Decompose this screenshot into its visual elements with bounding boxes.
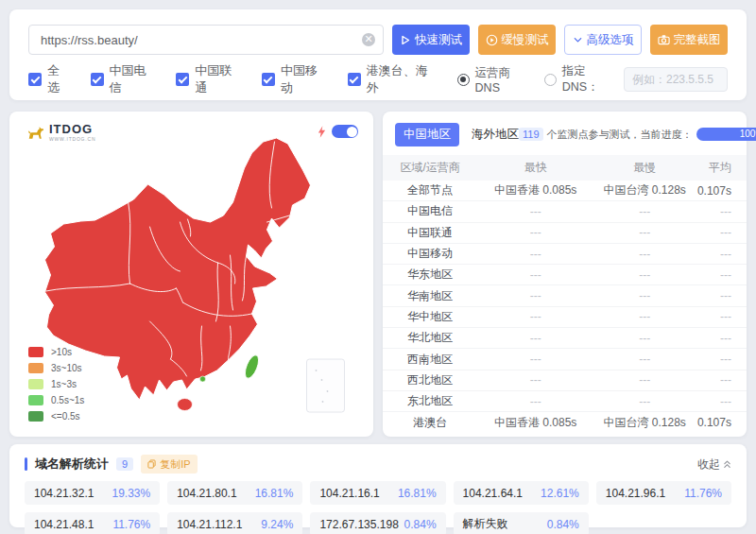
row-region: 中国移动 xyxy=(383,246,477,262)
itdog-logo: ITDOG WWW.ITDOG.CN xyxy=(26,123,95,142)
checkbox-label: 中国联通 xyxy=(195,62,242,96)
col-fastest: 最快 xyxy=(477,160,593,176)
legend-chip xyxy=(28,395,43,405)
clear-icon[interactable]: ✕ xyxy=(362,33,375,46)
ip-value: 104.21.32.1 xyxy=(34,487,94,500)
table-row[interactable]: 华南地区 --- --- --- xyxy=(383,285,747,306)
row-slowest: --- xyxy=(593,268,696,282)
percent-value: 19.33% xyxy=(112,487,150,500)
ip-stat-item[interactable]: 104.21.16.1 16.81% xyxy=(310,481,445,505)
legend-item: >10s xyxy=(28,347,84,357)
table-row[interactable]: 华北地区 --- --- --- xyxy=(383,328,747,349)
url-row: ✕ 快速测试 缓慢测试 高级选项 完整截图 xyxy=(28,25,728,55)
ip-value: 104.21.96.1 xyxy=(606,487,665,500)
logo-text: ITDOG xyxy=(49,123,95,135)
table-row[interactable]: 中国联通 --- --- --- xyxy=(383,223,747,244)
row-average: --- xyxy=(696,226,747,239)
slow-test-label: 缓慢测试 xyxy=(502,32,549,48)
progress-label: 个监测点参与测试，当前进度： xyxy=(547,128,693,142)
row-region: 华东地区 xyxy=(383,267,477,283)
legend-chip xyxy=(28,411,43,422)
row-average: --- xyxy=(696,332,747,345)
copy-ip-label: 复制IP xyxy=(160,457,190,472)
table-row[interactable]: 华东地区 --- --- --- xyxy=(383,265,747,285)
ip-value: 解析失败 xyxy=(463,516,508,532)
tab-china-region[interactable]: 中国地区 xyxy=(395,123,459,146)
table-row[interactable]: 港澳台 中国香港 0.085s 中国台湾 0.128s 0.107s xyxy=(383,412,747,433)
row-average: --- xyxy=(696,395,747,408)
advanced-options-button[interactable]: 高级选项 xyxy=(564,25,642,55)
slow-test-button[interactable]: 缓慢测试 xyxy=(478,25,556,55)
row-region: 华中地区 xyxy=(383,309,477,325)
ip-stat-item[interactable]: 104.21.112.1 9.24% xyxy=(167,512,302,534)
checkbox-china-unicom[interactable]: 中国联通 xyxy=(176,62,242,96)
progress-bar: 100% xyxy=(696,128,756,141)
carrier-dns-radio[interactable] xyxy=(457,74,470,86)
collapse-icon xyxy=(723,459,731,469)
ip-value: 172.67.135.198 xyxy=(319,518,398,531)
custom-dns-radio[interactable] xyxy=(544,74,557,86)
checkbox-overseas[interactable]: 港澳台、海外 xyxy=(348,62,438,96)
table-row[interactable]: 中国移动 --- --- --- xyxy=(383,244,747,265)
row-average: 0.107s xyxy=(696,416,747,429)
map-tools xyxy=(318,125,358,138)
map-mode-toggle[interactable] xyxy=(332,125,358,138)
lightning-icon xyxy=(318,126,326,138)
legend-label: 1s~3s xyxy=(51,379,77,389)
copy-ip-button[interactable]: 复制IP xyxy=(141,455,197,474)
checkbox-china-telecom[interactable]: 中国电信 xyxy=(91,62,157,96)
table-row[interactable]: 东北地区 --- --- --- xyxy=(383,391,747,412)
ip-stat-item[interactable]: 104.21.96.1 11.76% xyxy=(596,481,731,505)
fast-test-button[interactable]: 快速测试 xyxy=(392,25,470,55)
table-row[interactable]: 全部节点 中国香港 0.085s 中国台湾 0.128s 0.107s xyxy=(383,181,747,201)
tab-overseas-region[interactable]: 海外地区 xyxy=(472,127,519,143)
ip-stat-item[interactable]: 104.21.48.1 11.76% xyxy=(25,512,160,534)
table-row[interactable]: 华中地区 --- --- --- xyxy=(383,307,747,328)
row-slowest: --- xyxy=(593,310,696,323)
map-legend: >10s 3s~10s 1s~3s 0.5s~1s <=0.5s xyxy=(28,341,84,422)
full-screenshot-button[interactable]: 完整截图 xyxy=(650,25,728,55)
row-fastest: --- xyxy=(477,310,593,323)
checkbox-select-all[interactable]: 全选 xyxy=(28,62,71,96)
url-input[interactable] xyxy=(28,25,384,55)
china-mainland-shape xyxy=(45,138,311,400)
percent-value: 11.76% xyxy=(684,487,722,500)
checkbox-checked-icon xyxy=(91,73,104,86)
logo-subtext: WWW.ITDOG.CN xyxy=(49,137,95,142)
row-fastest: 中国香港 0.085s xyxy=(477,415,593,431)
percent-value: 11.76% xyxy=(112,518,150,531)
table-row[interactable]: 西南地区 --- --- --- xyxy=(383,349,747,370)
map-panel: ITDOG WWW.ITDOG.CN xyxy=(9,112,373,437)
slow-test-icon xyxy=(486,34,498,46)
collapse-button[interactable]: 收起 xyxy=(697,456,731,473)
ip-stat-item[interactable]: 104.21.80.1 16.81% xyxy=(167,481,302,505)
progress-zone: 119 个监测点参与测试，当前进度： 100% xyxy=(519,128,756,142)
ip-stat-item-resolve-failed[interactable]: 解析失败 0.84% xyxy=(454,512,589,534)
col-region: 区域/运营商 xyxy=(383,160,477,176)
ip-value: 104.21.80.1 xyxy=(177,487,236,500)
ip-stat-item[interactable]: 172.67.135.198 0.84% xyxy=(310,512,445,534)
row-fastest: --- xyxy=(477,373,593,387)
checkbox-checked-icon xyxy=(348,73,361,86)
percent-value: 12.61% xyxy=(541,487,579,500)
checkbox-china-mobile[interactable]: 中国移动 xyxy=(262,62,328,96)
row-region: 港澳台 xyxy=(383,415,477,431)
checkbox-label: 港澳台、海外 xyxy=(367,62,438,96)
row-average: --- xyxy=(696,248,747,261)
col-slowest: 最慢 xyxy=(593,160,696,176)
table-row[interactable]: 西北地区 --- --- --- xyxy=(383,370,747,391)
ip-stat-item[interactable]: 104.21.64.1 12.61% xyxy=(454,481,589,505)
percent-value: 0.84% xyxy=(547,518,579,531)
row-region: 中国联通 xyxy=(383,225,477,241)
ip-stat-item[interactable]: 104.21.32.1 19.33% xyxy=(25,481,160,505)
custom-dns-input[interactable] xyxy=(624,67,728,92)
table-row[interactable]: 中国电信 --- --- --- xyxy=(383,201,747,222)
row-average: --- xyxy=(696,353,747,366)
dns-stats-header: 域名解析统计 9 复制IP 收起 xyxy=(25,455,731,474)
checkbox-checked-icon xyxy=(176,73,189,86)
hainan-island xyxy=(178,399,193,411)
chevron-down-icon xyxy=(573,35,583,45)
ip-value: 104.21.64.1 xyxy=(463,487,523,500)
dns-stats-title: 域名解析统计 xyxy=(35,456,109,473)
row-average: --- xyxy=(696,310,747,323)
